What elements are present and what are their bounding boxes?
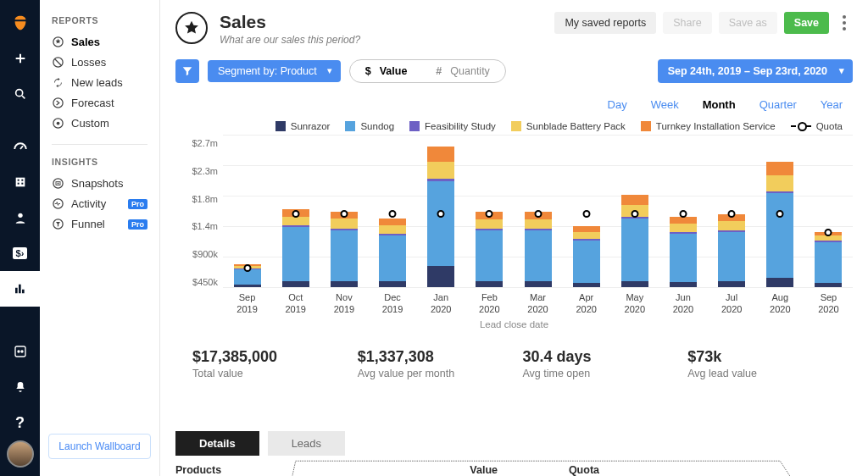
nav-item-custom[interactable]: Custom — [40, 113, 159, 134]
nav-item-label: Custom — [71, 117, 109, 130]
filter-button[interactable] — [175, 59, 199, 83]
nav-item-snapshots[interactable]: Snapshots — [40, 174, 159, 194]
legend-sunblade-battery-pack: Sunblade Battery Pack — [511, 121, 626, 131]
rail-person[interactable] — [0, 200, 40, 235]
quota-marker — [534, 210, 542, 218]
quota-line-icon — [791, 125, 811, 127]
legend-feasibility-study: Feasibility Study — [409, 121, 496, 131]
chart-legend: SunrazorSundogFeasibility StudySunblade … — [175, 116, 853, 135]
stat-avg-lead-value: $73kAvg lead value — [687, 348, 853, 379]
dot-ring-icon — [52, 117, 64, 130]
svg-rect-1 — [15, 178, 25, 187]
x-tick: Jun2020 — [659, 287, 707, 316]
segment-sunrazor — [427, 266, 454, 287]
rail-launcher[interactable] — [0, 334, 40, 369]
filter-bar: Segment by: Product $ Value # Quantity S… — [160, 54, 868, 93]
segment-sundog — [573, 241, 600, 283]
avatar[interactable] — [7, 440, 34, 468]
toggle-quantity[interactable]: # Quantity — [436, 65, 490, 77]
bar-Jul-2020[interactable] — [708, 135, 756, 287]
nav-item-label: New leads — [71, 76, 123, 89]
rail-search[interactable] — [0, 76, 40, 112]
nav-item-forecast[interactable]: Forecast — [40, 93, 159, 113]
save-button[interactable]: Save — [784, 12, 829, 34]
pro-badge: Pro — [128, 219, 147, 230]
bar-Sep-2020[interactable] — [804, 135, 853, 287]
bar-Mar-2020[interactable] — [514, 135, 562, 287]
icon-rail: $› ? — [0, 0, 40, 476]
segment-sundog — [815, 242, 842, 283]
more-menu[interactable] — [836, 12, 853, 34]
bar-Sep-2019[interactable] — [223, 135, 271, 287]
value-quantity-toggle: $ Value # Quantity — [349, 59, 506, 83]
svg-point-18 — [53, 199, 63, 208]
range-tab-week[interactable]: Week — [651, 98, 679, 111]
bar-Dec-2019[interactable] — [368, 135, 416, 287]
svg-rect-7 — [15, 346, 25, 357]
range-tab-day[interactable]: Day — [608, 98, 627, 111]
toggle-quantity-label: Quantity — [450, 65, 490, 77]
rail-notifications[interactable] — [0, 369, 40, 405]
segment-sunrazor — [815, 283, 842, 287]
nav-item-funnel[interactable]: FunnelPro — [40, 214, 159, 235]
pro-badge: Pro — [128, 199, 147, 209]
y-tick: $1.4m — [192, 221, 218, 231]
nav-item-activity[interactable]: ActivityPro — [40, 194, 159, 214]
quota-marker — [340, 210, 348, 218]
nav-item-sales[interactable]: Sales — [40, 32, 159, 53]
range-tab-month[interactable]: Month — [703, 98, 736, 111]
bar-Aug-2020[interactable] — [756, 135, 804, 287]
range-tab-quarter[interactable]: Quarter — [760, 98, 797, 111]
bar-Jun-2020[interactable] — [659, 135, 707, 287]
share-button[interactable]: Share — [663, 12, 711, 34]
detail-tab-leads[interactable]: Leads — [268, 431, 345, 456]
star-icon — [183, 19, 200, 36]
saved-reports-button[interactable]: My saved reports — [554, 12, 656, 34]
rail-money[interactable]: $› — [0, 235, 40, 271]
toggle-value-label: Value — [380, 65, 408, 77]
bar-Jan-2020[interactable] — [417, 135, 465, 287]
toggle-value[interactable]: $ Value — [365, 65, 408, 77]
report-icon — [175, 12, 208, 44]
range-tab-year[interactable]: Year — [821, 98, 843, 111]
saveas-button[interactable]: Save as — [719, 12, 777, 34]
nav-item-new-leads[interactable]: New leads — [40, 73, 159, 93]
y-tick: $2.7m — [192, 138, 218, 148]
swatch-icon — [641, 121, 651, 131]
segment-sunblade-battery-pack — [427, 162, 454, 179]
segment-turnkey-installation-service — [379, 219, 406, 225]
nav-item-label: Sales — [71, 36, 100, 48]
bar-May-2020[interactable] — [610, 135, 659, 287]
th-quota: Quota — [498, 464, 599, 476]
segment-sunrazor — [621, 281, 648, 287]
rail-add[interactable] — [0, 41, 40, 76]
bar-Feb-2020[interactable] — [465, 135, 514, 287]
swatch-icon — [345, 121, 355, 131]
launch-wallboard-button[interactable]: Launch Wallboard — [48, 434, 151, 459]
app-logo[interactable] — [0, 5, 40, 41]
nav-item-label: Snapshots — [71, 177, 123, 190]
camera-icon — [52, 177, 64, 190]
segment-turnkey-installation-service — [573, 226, 600, 232]
building-icon — [14, 175, 27, 189]
rail-help[interactable]: ? — [0, 405, 40, 440]
segment-sundog — [670, 234, 697, 282]
rail-dashboard[interactable] — [0, 129, 40, 164]
nav-column: REPORTSSalesLossesNew leadsForecastCusto… — [40, 0, 160, 476]
time-granularity-tabs: DayWeekMonthQuarterYear — [175, 93, 853, 116]
bar-Apr-2020[interactable] — [562, 135, 610, 287]
segment-dropdown[interactable]: Segment by: Product — [208, 60, 341, 82]
x-axis-title: Lead close date — [175, 316, 853, 338]
bar-Nov-2019[interactable] — [320, 135, 368, 287]
detail-tab-details[interactable]: Details — [175, 431, 259, 456]
rail-reports[interactable] — [0, 271, 40, 307]
x-tick: Jan2020 — [417, 287, 465, 316]
nav-item-losses[interactable]: Losses — [40, 53, 159, 73]
segment-turnkey-installation-service — [766, 162, 793, 175]
svg-point-6 — [18, 213, 22, 218]
svg-rect-3 — [21, 180, 23, 181]
date-range-picker[interactable]: Sep 24th, 2019 – Sep 23rd, 2020 — [658, 59, 853, 83]
rail-company[interactable] — [0, 164, 40, 200]
x-tick: Oct2019 — [271, 287, 320, 316]
bar-Oct-2019[interactable] — [271, 135, 320, 287]
